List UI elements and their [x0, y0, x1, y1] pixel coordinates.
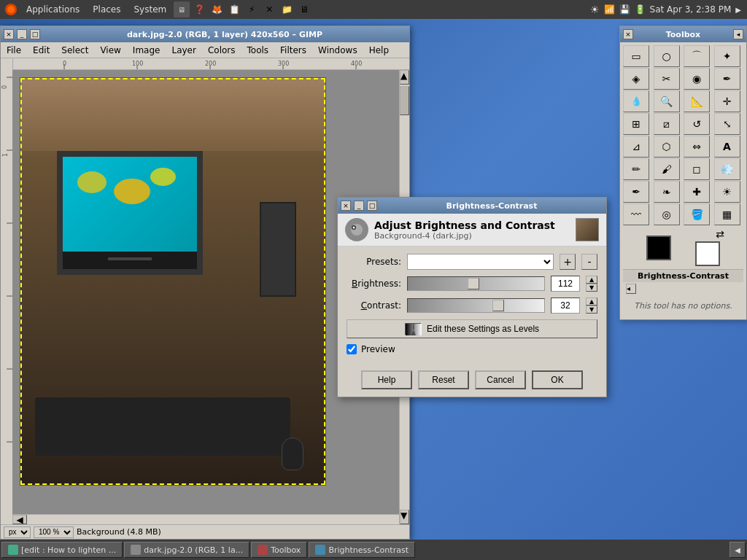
tool-pencil[interactable]: ✏: [623, 158, 649, 180]
panel-icon-6[interactable]: ✕: [261, 1, 277, 18]
toolbox-window-title: Toolbox: [636, 30, 730, 39]
presets-add-btn[interactable]: +: [560, 254, 576, 270]
brightness-down-btn[interactable]: ▼: [586, 284, 597, 292]
panel-icon-2[interactable]: ❓: [191, 1, 207, 18]
tool-zoom[interactable]: 🔍: [654, 90, 680, 112]
tool-select-color[interactable]: ◈: [623, 68, 649, 90]
contrast-value-input[interactable]: 32: [551, 298, 580, 314]
gimp-menu-image[interactable]: Image: [127, 42, 166, 58]
panel-icon-1[interactable]: 🖥: [174, 1, 190, 18]
tool-eraser[interactable]: ◻: [684, 158, 710, 180]
taskbar-item-0[interactable]: [edit : How to lighten ...: [1, 542, 123, 558]
gimp-menu-edit[interactable]: Edit: [27, 42, 55, 58]
tool-colorpicker[interactable]: 💧: [623, 90, 649, 112]
toolbox-close-btn[interactable]: ×: [623, 29, 633, 39]
gimp-menu-tools[interactable]: Tools: [241, 42, 275, 58]
contrast-thumb[interactable]: [492, 300, 504, 311]
tool-bucket[interactable]: 🪣: [684, 203, 710, 225]
toolbox-shrink-section-btn[interactable]: ◂: [626, 284, 636, 294]
brightness-thumb[interactable]: [468, 278, 479, 289]
tool-text[interactable]: A: [714, 136, 740, 158]
gimp-menu-layer[interactable]: Layer: [166, 42, 201, 58]
gimp-menu-file[interactable]: File: [1, 42, 27, 58]
reset-button[interactable]: Reset: [418, 370, 469, 389]
tool-smudge[interactable]: 〰: [623, 203, 649, 225]
gimp-menu-colors[interactable]: Colors: [202, 42, 241, 58]
gimp-menu-select[interactable]: Select: [55, 42, 94, 58]
scrollbar-horizontal[interactable]: ◀: [12, 514, 399, 524]
contrast-down-btn[interactable]: ▼: [586, 306, 597, 314]
gimp-menu-help[interactable]: Help: [363, 42, 395, 58]
tool-paintbrush[interactable]: 🖌: [654, 158, 680, 180]
tool-dodge-burn[interactable]: ☀: [714, 181, 740, 203]
panel-icon-4[interactable]: 📋: [226, 1, 242, 18]
bc-minimize-btn[interactable]: _: [354, 201, 364, 211]
gimp-maximize-btn[interactable]: □: [30, 29, 40, 39]
tool-shear[interactable]: ⊿: [623, 136, 649, 158]
zoom-selector[interactable]: 100 %: [34, 526, 74, 538]
tool-flip[interactable]: ⇔: [684, 136, 710, 158]
gimp-minimize-btn[interactable]: _: [17, 29, 27, 39]
toolbox-colors: ⇄: [623, 228, 743, 266]
tool-crop[interactable]: ⧄: [654, 113, 680, 135]
tool-airbrush[interactable]: 💨: [714, 158, 740, 180]
bc-close-btn[interactable]: ×: [341, 201, 351, 211]
menu-places[interactable]: Places: [87, 0, 126, 19]
taskbar-item-1[interactable]: dark.jpg-2.0 (RGB, 1 la...: [124, 542, 249, 558]
presets-combo[interactable]: [407, 254, 554, 270]
menu-applications[interactable]: Applications: [20, 0, 85, 19]
panel-icon-5[interactable]: ⚡: [244, 1, 260, 18]
gimp-image: [20, 77, 326, 486]
fg-color-swatch[interactable]: [646, 236, 671, 260]
svg-text:100: 100: [132, 61, 143, 67]
brightness-slider[interactable]: [407, 276, 545, 291]
cancel-button[interactable]: Cancel: [475, 370, 526, 389]
taskbar-item-2[interactable]: Toolbox: [251, 542, 307, 558]
taskbar-sys-btn-1[interactable]: ◀: [729, 542, 746, 558]
system-icon[interactable]: [3, 1, 19, 18]
panel-icon-7[interactable]: 📁: [279, 1, 295, 18]
taskbar-item-3[interactable]: Brightness-Contrast: [309, 542, 415, 558]
menu-system[interactable]: System: [128, 0, 172, 19]
tool-scale[interactable]: ⤡: [714, 113, 740, 135]
toolbox-shrink-btn[interactable]: ◂: [733, 29, 743, 39]
edit-levels-button[interactable]: Edit these Settings as Levels: [347, 319, 597, 338]
tool-scissors[interactable]: ✂: [654, 68, 680, 90]
tool-move[interactable]: ✛: [714, 90, 740, 112]
bc-maximize-btn[interactable]: □: [367, 201, 377, 211]
brightness-up-btn[interactable]: ▲: [586, 276, 597, 284]
presets-del-btn[interactable]: -: [581, 254, 597, 270]
tool-fg-select[interactable]: ◉: [684, 68, 710, 90]
tool-paths[interactable]: ✒: [714, 68, 740, 90]
tool-clone[interactable]: ❧: [654, 181, 680, 203]
panel-icon-3[interactable]: 🦊: [209, 1, 225, 18]
swap-colors-btn[interactable]: ⇄: [716, 228, 724, 240]
gimp-menu-filters[interactable]: Filters: [274, 42, 312, 58]
panel-icon-scroll[interactable]: ▶: [735, 6, 741, 14]
gimp-menu-view[interactable]: View: [94, 42, 126, 58]
gimp-menu-windows[interactable]: Windows: [312, 42, 363, 58]
contrast-up-btn[interactable]: ▲: [586, 298, 597, 306]
preview-checkbox[interactable]: [347, 344, 357, 354]
tool-rect-select[interactable]: ▭: [623, 45, 649, 67]
tool-align[interactable]: ⊞: [623, 113, 649, 135]
ok-button[interactable]: OK: [532, 370, 583, 389]
tool-heal[interactable]: ✚: [684, 181, 710, 203]
gimp-close-btn[interactable]: ×: [4, 29, 14, 39]
tool-free-select[interactable]: ⌒: [684, 45, 710, 67]
tool-perspective[interactable]: ⬡: [654, 136, 680, 158]
brightness-value-input[interactable]: 112: [551, 276, 580, 292]
tool-convolve[interactable]: ◎: [654, 203, 680, 225]
tool-fuzzy-select[interactable]: ✦: [714, 45, 740, 67]
bc-header-sub: Background-4 (dark.jpg): [374, 231, 555, 241]
contrast-slider[interactable]: [407, 298, 545, 313]
tool-measure[interactable]: 📐: [684, 90, 710, 112]
tool-ellipse-select[interactable]: ○: [654, 45, 680, 67]
panel-icon-8[interactable]: 🖥: [296, 1, 312, 18]
tool-rotate[interactable]: ↺: [684, 113, 710, 135]
tool-ink[interactable]: ✒: [623, 181, 649, 203]
unit-selector[interactable]: px: [4, 526, 31, 538]
tool-blend[interactable]: ▦: [714, 203, 740, 225]
help-button[interactable]: Help: [361, 370, 412, 389]
bg-color-swatch[interactable]: [695, 241, 720, 266]
